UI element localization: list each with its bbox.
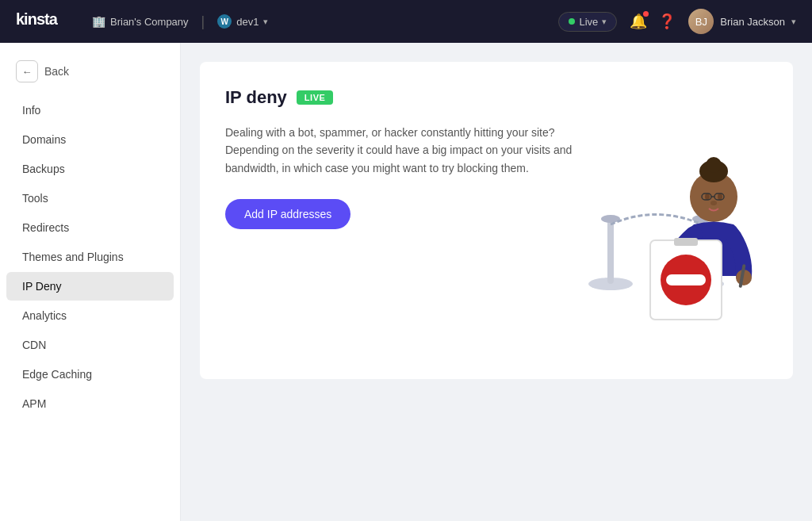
nav-separator: |: [201, 13, 205, 30]
svg-point-10: [705, 193, 710, 200]
svg-point-15: [710, 201, 717, 205]
back-arrow-icon: ←: [16, 60, 38, 82]
live-status-dot: [569, 18, 575, 25]
sidebar: ← Back Info Domains Backups Tools Redire…: [0, 43, 181, 521]
wordpress-icon: W: [217, 14, 232, 29]
company-selector[interactable]: 🏢 Brian's Company: [92, 15, 189, 28]
topnav-icons: 🔔 ❓: [630, 13, 676, 30]
company-name: Brian's Company: [110, 16, 189, 28]
live-environment-selector[interactable]: Live ▾: [558, 12, 617, 32]
illustration: [547, 117, 769, 324]
help-button[interactable]: ❓: [658, 13, 676, 30]
chevron-down-icon: ▾: [602, 17, 607, 27]
sidebar-item-analytics[interactable]: Analytics: [6, 301, 174, 330]
live-label: Live: [579, 16, 598, 28]
building-icon: 🏢: [92, 15, 105, 28]
sidebar-item-ip-deny[interactable]: IP Deny: [6, 272, 174, 301]
help-circle-icon: ❓: [658, 13, 676, 29]
sidebar-item-domains[interactable]: Domains: [6, 125, 174, 154]
live-badge: LIVE: [297, 90, 333, 105]
notification-bell-button[interactable]: 🔔: [630, 13, 647, 30]
ip-deny-card: IP deny LIVE Dealing with a bot, spammer…: [200, 62, 793, 379]
notification-dot: [643, 11, 649, 17]
page-title: IP deny: [225, 87, 287, 108]
back-button[interactable]: ← Back: [0, 56, 180, 95]
main-layout: ← Back Info Domains Backups Tools Redire…: [0, 43, 812, 521]
ip-deny-illustration: [547, 117, 769, 324]
svg-point-9: [706, 157, 722, 173]
sidebar-item-redirects[interactable]: Redirects: [6, 213, 174, 242]
sidebar-item-cdn[interactable]: CDN: [6, 331, 174, 359]
avatar: BJ: [688, 9, 714, 34]
svg-point-11: [718, 193, 722, 200]
topnav: kinsta 🏢 Brian's Company | W dev1 ▾ Live…: [0, 0, 812, 43]
content-area: IP deny LIVE Dealing with a bot, spammer…: [181, 43, 812, 521]
logo[interactable]: kinsta: [16, 10, 73, 33]
ip-deny-header: IP deny LIVE: [225, 87, 768, 108]
chevron-down-icon: ▾: [263, 17, 268, 27]
sidebar-item-edge-caching[interactable]: Edge Caching: [6, 360, 174, 389]
svg-rect-2: [607, 220, 614, 284]
sidebar-navigation: Info Domains Backups Tools Redirects The…: [0, 96, 180, 418]
site-name: dev1: [236, 16, 259, 28]
svg-rect-21: [666, 274, 706, 285]
add-ip-addresses-button[interactable]: Add IP addresses: [225, 199, 350, 229]
sidebar-item-themes-plugins[interactable]: Themes and Plugins: [6, 243, 174, 271]
sidebar-item-info[interactable]: Info: [6, 96, 174, 125]
site-selector[interactable]: W dev1 ▾: [217, 14, 268, 29]
svg-text:kinsta: kinsta: [16, 10, 59, 28]
sidebar-item-tools[interactable]: Tools: [6, 184, 174, 213]
sidebar-item-backups[interactable]: Backups: [6, 155, 174, 183]
back-label: Back: [44, 65, 69, 78]
user-menu[interactable]: BJ Brian Jackson ▾: [688, 9, 796, 34]
user-chevron-icon: ▾: [791, 17, 796, 27]
sidebar-item-apm[interactable]: APM: [6, 389, 174, 418]
username-label: Brian Jackson: [720, 16, 785, 28]
svg-rect-22: [674, 238, 698, 246]
